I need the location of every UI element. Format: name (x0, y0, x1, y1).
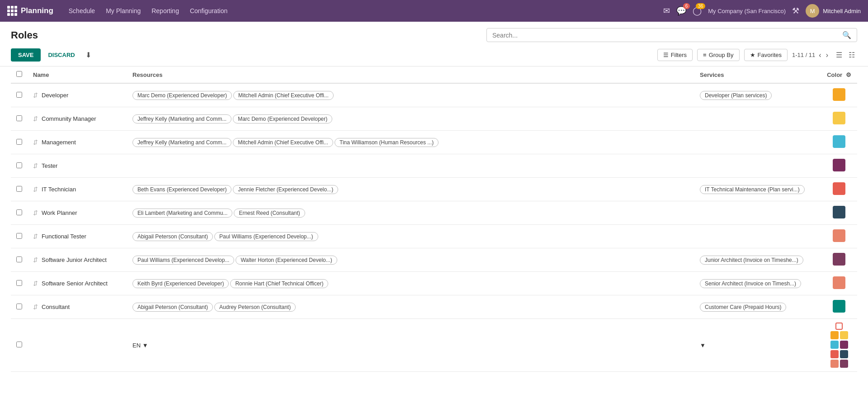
resources-cell[interactable]: Jeffrey Kelly (Marketing and Comm...Mitc… (127, 131, 694, 154)
resources-cell[interactable]: Marc Demo (Experienced Developer)Mitchel… (127, 83, 694, 107)
resource-tag[interactable]: Jeffrey Kelly (Marketing and Comm... (132, 114, 231, 123)
services-cell[interactable] (694, 201, 821, 225)
support-icon[interactable]: ✉ (663, 6, 670, 16)
save-button[interactable]: SAVE (11, 48, 41, 62)
services-cell[interactable] (694, 107, 821, 131)
new-color-cell[interactable] (821, 319, 857, 372)
resources-cell[interactable] (127, 154, 694, 178)
resources-cell[interactable]: Beth Evans (Experienced Developer)Jennie… (127, 178, 694, 201)
row-checkbox[interactable] (16, 233, 22, 239)
service-tag[interactable]: Junior Architect (Invoice on Timeshe...) (700, 256, 803, 265)
row-checkbox[interactable] (16, 139, 22, 145)
drag-handle[interactable]: ⇵ (33, 115, 38, 122)
resource-tag[interactable]: Jennie Fletcher (Experienced Develo...) (233, 185, 338, 194)
color-option[interactable] (830, 350, 839, 358)
color-swatch[interactable] (833, 229, 845, 242)
color-cell[interactable] (821, 131, 857, 154)
group-by-button[interactable]: ≡ Group By (697, 49, 740, 61)
list-view-icon[interactable]: ☰ (834, 49, 844, 61)
resources-cell[interactable]: Eli Lambert (Marketing and Commu...Ernes… (127, 201, 694, 225)
color-cell[interactable] (821, 83, 857, 107)
new-row-checkbox[interactable] (16, 342, 22, 347)
resources-cell[interactable]: Abigail Peterson (Consultant)Audrey Pete… (127, 295, 694, 319)
nav-my-planning[interactable]: My Planning (101, 5, 145, 17)
color-cell[interactable] (821, 295, 857, 319)
color-swatch[interactable] (833, 88, 845, 101)
resource-tag[interactable]: Paul Williams (Experienced Develop... (132, 256, 234, 265)
resource-tag[interactable]: Abigail Peterson (Consultant) (132, 232, 213, 241)
row-checkbox[interactable] (16, 256, 22, 262)
row-checkbox[interactable] (16, 92, 22, 98)
resource-tag[interactable]: Abigail Peterson (Consultant) (132, 303, 213, 312)
messages-icon[interactable]: 💬 6 (676, 6, 686, 16)
color-option[interactable] (840, 360, 848, 368)
resource-tag[interactable]: Jeffrey Kelly (Marketing and Comm... (132, 138, 231, 147)
row-checkbox[interactable] (16, 186, 22, 192)
resource-tag[interactable]: Beth Evans (Experienced Developer) (132, 185, 231, 194)
resource-tag[interactable]: Tina Williamson (Human Resources ...) (335, 138, 439, 147)
color-cell[interactable] (821, 272, 857, 295)
settings-icon[interactable]: ⚒ (792, 6, 799, 16)
color-cell[interactable] (821, 178, 857, 201)
nav-reporting[interactable]: Reporting (147, 5, 184, 17)
company-name[interactable]: My Company (San Francisco) (708, 8, 786, 14)
new-name-input[interactable] (33, 342, 122, 349)
resources-cell[interactable]: Abigail Peterson (Consultant)Paul Willia… (127, 225, 694, 248)
drag-handle[interactable]: ⇵ (33, 186, 38, 193)
color-cell[interactable] (821, 225, 857, 248)
color-swatch[interactable] (833, 300, 845, 313)
favorites-button[interactable]: ★ Favorites (744, 49, 788, 61)
new-resources-cell[interactable]: EN ▼ (127, 319, 694, 372)
select-all-checkbox[interactable] (16, 71, 22, 77)
services-cell[interactable]: Customer Care (Prepaid Hours) (694, 295, 821, 319)
drag-handle[interactable]: ⇵ (33, 280, 38, 287)
color-swatch[interactable] (833, 182, 845, 195)
drag-handle[interactable]: ⇵ (33, 256, 38, 263)
services-cell[interactable]: Developer (Plan services) (694, 83, 821, 107)
services-cell[interactable]: IT Technical Maintenance (Plan servi...) (694, 178, 821, 201)
row-checkbox[interactable] (16, 280, 22, 286)
resource-tag[interactable]: Walter Horton (Experienced Develo...) (236, 256, 337, 265)
resources-cell[interactable]: Keith Byrd (Experienced Developer)Ronnie… (127, 272, 694, 295)
service-tag[interactable]: IT Technical Maintenance (Plan servi...) (700, 185, 805, 194)
language-selector[interactable]: EN (132, 342, 141, 349)
color-option[interactable] (830, 331, 839, 339)
color-swatch[interactable] (833, 253, 845, 266)
resource-tag[interactable]: Mitchell Admin (Chief Executive Offi... (233, 91, 334, 100)
filters-button[interactable]: ☰ Filters (657, 49, 693, 61)
resource-tag[interactable]: Keith Byrd (Experienced Developer) (132, 279, 229, 288)
drag-handle[interactable]: ⇵ (33, 139, 38, 146)
resource-tag[interactable]: Paul Williams (Experienced Develop...) (214, 232, 318, 241)
prev-page-button[interactable]: ‹ (818, 50, 822, 60)
resource-tag[interactable]: Audrey Peterson (Consultant) (214, 303, 296, 312)
row-checkbox[interactable] (16, 115, 22, 121)
services-cell[interactable] (694, 225, 821, 248)
color-cell[interactable] (821, 107, 857, 131)
color-cell[interactable] (821, 201, 857, 225)
color-option[interactable] (840, 350, 848, 358)
search-bar[interactable]: 🔍 (486, 28, 857, 42)
row-checkbox[interactable] (16, 304, 22, 309)
services-cell[interactable] (694, 131, 821, 154)
discard-button[interactable]: DISCARD (44, 48, 78, 62)
drag-handle[interactable]: ⇵ (33, 92, 38, 99)
color-option[interactable] (840, 331, 848, 339)
color-cell[interactable] (821, 248, 857, 272)
color-swatch[interactable] (833, 112, 845, 124)
resources-cell[interactable]: Jeffrey Kelly (Marketing and Comm...Marc… (127, 107, 694, 131)
resource-tag[interactable]: Ronnie Hart (Chief Technical Officer) (230, 279, 328, 288)
color-swatch[interactable] (833, 276, 845, 289)
grid-view-icon[interactable]: ☷ (846, 49, 857, 61)
activities-icon[interactable]: ◯ 36 (693, 6, 702, 16)
app-logo[interactable]: Planning (7, 6, 53, 16)
services-cell[interactable] (694, 154, 821, 178)
service-tag[interactable]: Developer (Plan services) (700, 91, 772, 100)
color-cell[interactable] (821, 154, 857, 178)
nav-configuration[interactable]: Configuration (185, 5, 232, 17)
drag-handle[interactable]: ⇵ (33, 162, 38, 169)
next-page-button[interactable]: › (825, 50, 829, 60)
service-tag[interactable]: Customer Care (Prepaid Hours) (700, 303, 786, 312)
resource-tag[interactable]: Mitchell Admin (Chief Executive Offi... (233, 138, 333, 147)
row-checkbox[interactable] (16, 162, 22, 168)
download-button[interactable]: ⬇ (82, 47, 94, 62)
